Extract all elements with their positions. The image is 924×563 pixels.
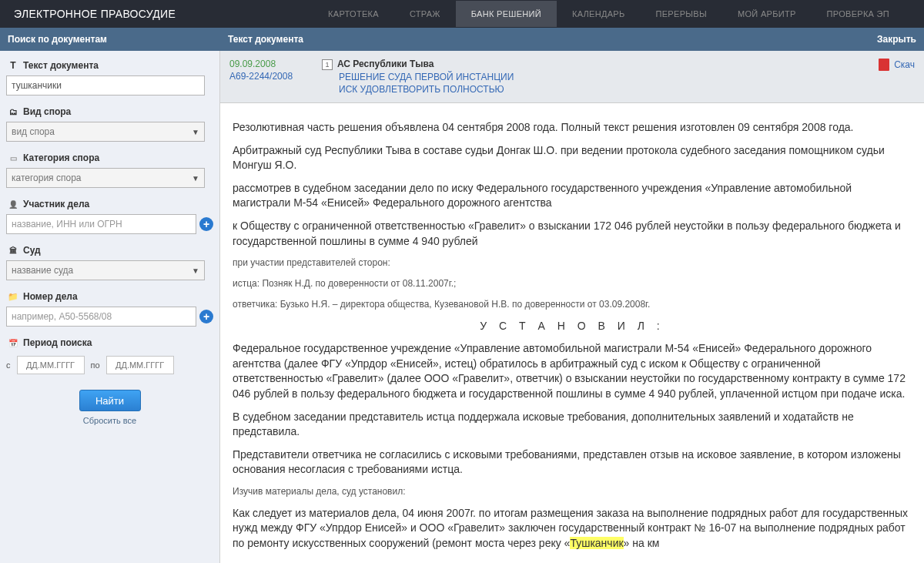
close-link[interactable]: Закрыть <box>877 34 924 45</box>
search-sidebar: Текст документа Вид спора вид спора ▼ Ка… <box>0 51 220 563</box>
party-icon <box>8 199 18 209</box>
site-logo: ЭЛЕКТРОННОЕ ПРАВОСУДИЕ <box>0 8 189 20</box>
party-input[interactable] <box>6 214 196 234</box>
doc-date: 09.09.2008 <box>229 59 322 69</box>
period-label: Период поиска <box>23 337 92 348</box>
period-icon <box>8 337 18 348</box>
type-select-value: вид спора <box>12 126 55 137</box>
doc-p6: ответчика: Бузько Н.Я. – директора общес… <box>233 298 912 311</box>
period-to-label: по <box>91 360 100 370</box>
nav-my-arbiter[interactable]: МОЙ АРБИТР <box>722 1 812 27</box>
period-from-input[interactable] <box>17 356 85 374</box>
find-button[interactable]: Найти <box>79 390 141 411</box>
nav-check-ep[interactable]: ПРОВЕРКА ЭП <box>812 1 905 27</box>
highlight-match: Тушканчик <box>570 537 623 549</box>
chevron-down-icon: ▼ <box>192 266 199 275</box>
category-icon <box>8 152 18 163</box>
category-select[interactable]: категория спора ▼ <box>6 168 205 188</box>
doc-p10: Представители ответчика не согласились с… <box>233 447 912 478</box>
chevron-down-icon: ▼ <box>192 174 199 183</box>
text-label: Текст документа <box>23 60 99 71</box>
category-select-value: категория спора <box>12 173 81 183</box>
pdf-icon[interactable] <box>879 59 889 71</box>
instance-badge: 1 <box>322 59 333 70</box>
type-label: Вид спора <box>23 106 71 117</box>
text-input[interactable] <box>6 75 205 96</box>
doc-p9: В судебном заседании представитель истца… <box>233 410 912 440</box>
doc-case-number[interactable]: А69-2244/2008 <box>229 71 322 82</box>
party-label: Участник дела <box>23 199 89 209</box>
case-label: Номер дела <box>23 291 78 302</box>
doc-p4: при участии представителей сторон: <box>233 256 912 270</box>
top-nav: КАРТОТЕКА СТРАЖ БАНК РЕШЕНИЙ КАЛЕНДАРЬ П… <box>313 1 905 27</box>
category-label: Категория спора <box>23 152 99 163</box>
period-from-label: с <box>6 360 11 370</box>
sidebar-title: Поиск по документам <box>0 34 220 45</box>
doc-p11: Изучив материалы дела, суд установил: <box>233 485 912 498</box>
add-case-button[interactable]: + <box>199 310 213 323</box>
doc-heading-established: У С Т А Н О В И Л : <box>233 319 912 334</box>
nav-calendar[interactable]: КАЛЕНДАРЬ <box>557 1 641 27</box>
nav-strazh[interactable]: СТРАЖ <box>394 1 456 27</box>
doc-body: Резолютивная часть решения объявлена 04 … <box>220 103 924 563</box>
doc-p3: к Обществу с ограниченной ответственност… <box>233 219 912 249</box>
type-icon <box>8 106 18 117</box>
doc-header: 09.09.2008 А69-2244/2008 1АС Республики … <box>220 51 924 103</box>
case-input[interactable] <box>6 307 196 327</box>
document-content: 09.09.2008 А69-2244/2008 1АС Республики … <box>220 51 924 563</box>
doc-p0: Резолютивная часть решения объявлена 04 … <box>233 120 912 136</box>
doc-p2: рассмотрев в судебном заседании дело по … <box>233 181 912 211</box>
nav-bank[interactable]: БАНК РЕШЕНИЙ <box>456 1 557 27</box>
nav-kartoteka[interactable]: КАРТОТЕКА <box>313 1 394 27</box>
reset-link[interactable]: Сбросить все <box>6 416 213 425</box>
text-icon <box>8 60 18 71</box>
doc-result-link[interactable]: ИСК УДОВЛЕТВОРИТЬ ПОЛНОСТЬЮ <box>339 84 879 95</box>
doc-p1: Арбитражный суд Республики Тыва в состав… <box>233 143 912 173</box>
period-to-input[interactable] <box>106 356 174 374</box>
court-icon <box>8 245 18 256</box>
doc-p12: Как следует из материалов дела, 04 июня … <box>233 506 912 551</box>
court-label: Суд <box>23 245 41 256</box>
add-party-button[interactable]: + <box>199 217 213 231</box>
doc-type-link[interactable]: РЕШЕНИЕ СУДА ПЕРВОЙ ИНСТАНЦИИ <box>339 72 879 82</box>
type-select[interactable]: вид спора ▼ <box>6 122 205 142</box>
download-link[interactable]: Скач <box>894 59 915 70</box>
court-select-value: название суда <box>12 265 73 276</box>
content-title: Текст документа <box>220 34 877 45</box>
court-name: АС Республики Тыва <box>337 59 434 69</box>
doc-p8: Федеральное государственное учреждение «… <box>233 341 912 401</box>
court-select[interactable]: название суда ▼ <box>6 260 205 280</box>
nav-breaks[interactable]: ПЕРЕРЫВЫ <box>641 1 722 27</box>
chevron-down-icon: ▼ <box>192 128 199 136</box>
doc-p5: истца: Позняк Н.Д. по доверенности от 08… <box>233 277 912 290</box>
case-icon <box>8 291 18 302</box>
